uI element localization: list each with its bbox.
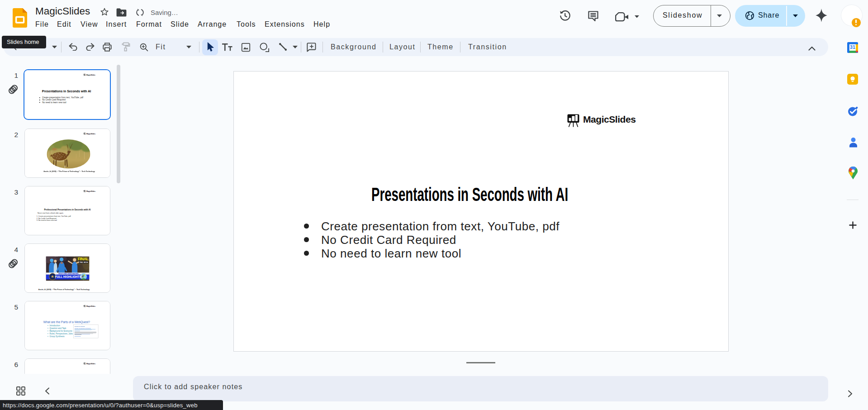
svg-text:FINAL: FINAL [77, 257, 88, 261]
svg-text:INDIA VS WEST INDIES MASTERS: INDIA VS WEST INDIES MASTERS [58, 272, 78, 274]
svg-text:FULL HIGHLIGHTS: FULL HIGHLIGHTS [55, 275, 81, 278]
svg-text:31: 31 [850, 44, 855, 50]
svg-text:IND WON: IND WON [80, 261, 88, 263]
